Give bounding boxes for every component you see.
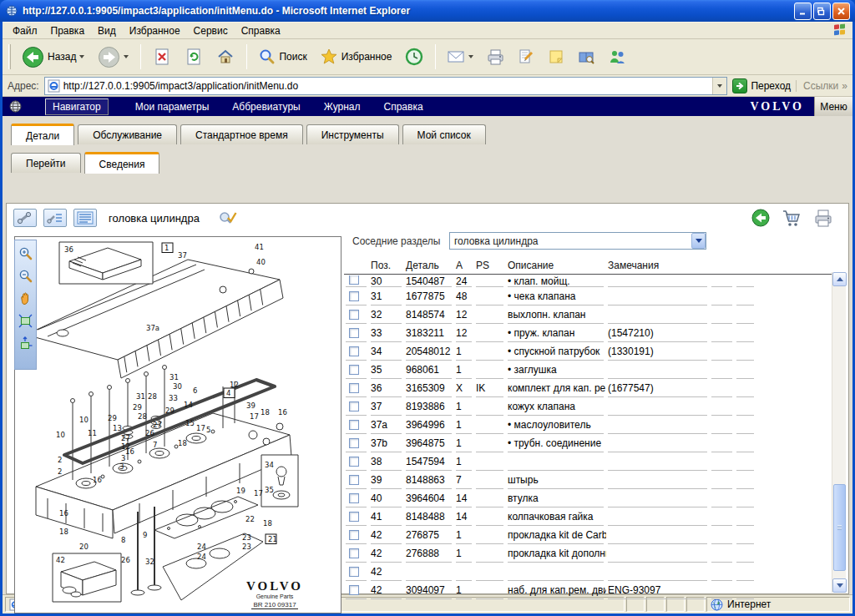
- favorites-button[interactable]: Избранное: [316, 45, 397, 68]
- messenger-button[interactable]: [604, 45, 632, 68]
- cell-part[interactable]: 8193886: [404, 397, 454, 416]
- stop-button[interactable]: [148, 44, 176, 69]
- search-button[interactable]: Поиск: [254, 45, 311, 68]
- row-checkbox[interactable]: [349, 438, 359, 448]
- show-part-button[interactable]: [13, 209, 37, 227]
- row-checkbox[interactable]: [349, 310, 359, 320]
- mail-button[interactable]: [443, 47, 478, 68]
- close-button[interactable]: [832, 3, 850, 20]
- cell-part[interactable]: 3964875: [404, 434, 454, 452]
- cell-part[interactable]: 3094097: [404, 581, 454, 599]
- scrollbar-thumb[interactable]: [833, 484, 846, 571]
- row-checkbox[interactable]: [349, 365, 359, 375]
- references-button[interactable]: [573, 45, 600, 68]
- row-checkbox[interactable]: [349, 420, 359, 430]
- parts-diagram[interactable]: VOLVO Genuine Parts BR 210 09317 3613741…: [13, 236, 342, 613]
- back-to-list-button[interactable]: [751, 209, 770, 227]
- menu-file[interactable]: Файл: [6, 23, 44, 38]
- row-checkbox[interactable]: [349, 475, 359, 485]
- menu-help[interactable]: Справка: [235, 23, 287, 38]
- select-dropdown-icon[interactable]: [691, 233, 706, 249]
- notes-button[interactable]: [543, 45, 569, 68]
- menu-tools[interactable]: Сервис: [187, 23, 235, 38]
- menu-button[interactable]: Меню: [814, 97, 852, 116]
- nav-item-my-settings[interactable]: Мои параметры: [135, 101, 210, 113]
- mail-dropdown-icon[interactable]: [468, 55, 473, 58]
- minimize-button[interactable]: [794, 3, 812, 20]
- cell-part[interactable]: 3964996: [404, 416, 454, 434]
- go-button[interactable]: Переход: [732, 78, 791, 93]
- show-part-list-button[interactable]: [43, 209, 67, 227]
- show-list-button[interactable]: [73, 209, 97, 227]
- cell-part[interactable]: 8148863: [404, 471, 454, 489]
- links-bar[interactable]: Ссылки »: [796, 80, 847, 92]
- cell-part[interactable]: 3964604: [404, 489, 454, 507]
- adjacent-sections-select[interactable]: головка цилиндра: [449, 232, 706, 250]
- row-checkbox[interactable]: [349, 548, 359, 558]
- toolbar-grip[interactable]: [8, 44, 11, 69]
- nav-item-abbreviations[interactable]: Аббревиатуры: [232, 101, 300, 113]
- cell-part[interactable]: 968061: [404, 361, 454, 379]
- row-checkbox[interactable]: [349, 275, 359, 285]
- zoom-out-button[interactable]: [18, 267, 34, 284]
- tab-details[interactable]: Сведения: [84, 152, 160, 174]
- forward-button[interactable]: [93, 43, 134, 72]
- col-notes[interactable]: Замечания: [606, 260, 710, 271]
- address-dropdown-button[interactable]: [712, 78, 726, 94]
- back-dropdown-icon[interactable]: [79, 55, 84, 58]
- zoom-in-button[interactable]: [18, 245, 34, 261]
- row-checkbox[interactable]: [349, 585, 359, 595]
- history-button[interactable]: [400, 44, 428, 69]
- col-part[interactable]: Деталь: [404, 260, 454, 271]
- menu-view[interactable]: Вид: [91, 23, 123, 38]
- cell-part[interactable]: 8148574: [404, 305, 454, 324]
- back-button[interactable]: Назад: [17, 43, 89, 72]
- row-checkbox[interactable]: [349, 328, 359, 338]
- restore-button[interactable]: [813, 3, 831, 20]
- row-checkbox[interactable]: [349, 512, 359, 522]
- scroll-down-button[interactable]: [832, 578, 847, 593]
- address-input[interactable]: [45, 78, 713, 93]
- row-checkbox[interactable]: [349, 383, 359, 393]
- row-checkbox[interactable]: [349, 493, 359, 503]
- cell-part[interactable]: 1547594: [404, 452, 454, 471]
- row-checkbox[interactable]: [349, 401, 359, 412]
- cell-part[interactable]: 20548012: [404, 342, 454, 361]
- home-button[interactable]: [211, 44, 240, 69]
- menu-edit[interactable]: Правка: [44, 23, 92, 38]
- col-description[interactable]: Описание: [506, 260, 606, 271]
- cell-part[interactable]: 8148488: [404, 507, 454, 526]
- row-checkbox[interactable]: [349, 457, 359, 467]
- print-button[interactable]: [482, 45, 509, 68]
- tab-parts[interactable]: Детали: [11, 124, 74, 145]
- links-chevron[interactable]: »: [842, 80, 847, 92]
- col-pos[interactable]: Поз.: [369, 260, 404, 271]
- tab-tools[interactable]: Инструменты: [306, 124, 399, 144]
- table-scrollbar[interactable]: [832, 272, 846, 593]
- title-bar[interactable]: http://127.0.0.1:9905/impact3/applicatio…: [0, 0, 855, 22]
- print-parts-icon[interactable]: [813, 209, 833, 227]
- row-checkbox[interactable]: [349, 291, 359, 301]
- resize-image-button[interactable]: [18, 335, 34, 351]
- pan-hand-button[interactable]: [18, 290, 34, 306]
- tab-my-list[interactable]: Мой список: [402, 124, 486, 144]
- col-ps[interactable]: PS: [474, 260, 506, 271]
- tab-go-to[interactable]: Перейти: [11, 153, 81, 173]
- cell-part[interactable]: 276888: [404, 544, 454, 563]
- row-checkbox[interactable]: [349, 567, 359, 577]
- tab-standard-time[interactable]: Стандартное время: [180, 124, 303, 144]
- fit-to-window-button[interactable]: [18, 312, 34, 329]
- col-a[interactable]: A: [454, 260, 474, 271]
- forward-dropdown-icon[interactable]: [124, 55, 129, 58]
- verify-search-icon[interactable]: [218, 210, 238, 226]
- edit-button[interactable]: [513, 45, 539, 68]
- nav-item-journal[interactable]: Журнал: [324, 101, 361, 113]
- nav-item-help[interactable]: Справка: [384, 101, 423, 113]
- cell-part[interactable]: 1540487: [404, 275, 454, 287]
- scroll-up-button[interactable]: [832, 272, 847, 286]
- cell-part[interactable]: 1677875: [404, 287, 454, 305]
- row-checkbox[interactable]: [349, 346, 359, 356]
- refresh-button[interactable]: [180, 44, 208, 69]
- tab-service[interactable]: Обслуживание: [78, 124, 177, 144]
- cell-part[interactable]: 3183211: [404, 324, 454, 342]
